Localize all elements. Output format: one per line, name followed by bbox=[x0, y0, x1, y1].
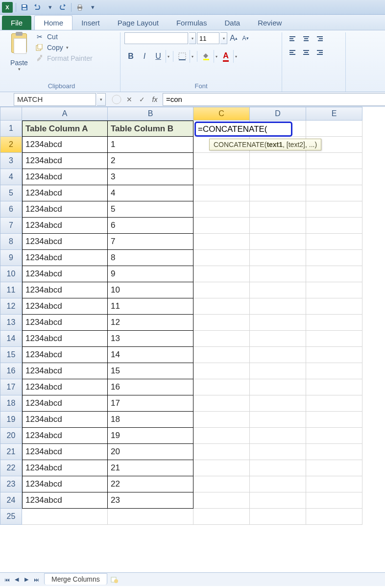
column-header-B[interactable]: B bbox=[108, 107, 193, 121]
row-header[interactable]: 24 bbox=[0, 492, 22, 509]
fill-color-button[interactable] bbox=[200, 50, 213, 63]
cell-E24[interactable] bbox=[306, 492, 362, 509]
row-header[interactable]: 14 bbox=[0, 331, 22, 347]
font-name-dropdown[interactable]: ▾ bbox=[189, 32, 196, 44]
cell-D9[interactable] bbox=[250, 250, 306, 266]
cell-D6[interactable] bbox=[250, 201, 306, 218]
row-header[interactable]: 10 bbox=[0, 266, 22, 282]
cell-A19[interactable]: 1234abcd bbox=[22, 412, 108, 428]
cell-B2[interactable]: 1 bbox=[108, 137, 193, 153]
cell-B10[interactable]: 9 bbox=[108, 266, 193, 282]
tab-insert[interactable]: Insert bbox=[72, 16, 109, 30]
cell-C11[interactable] bbox=[193, 282, 250, 298]
cell-C21[interactable] bbox=[193, 444, 250, 460]
row-header[interactable]: 7 bbox=[0, 218, 22, 234]
cell-C13[interactable] bbox=[193, 315, 250, 331]
row-header[interactable]: 6 bbox=[0, 201, 22, 218]
cell-D17[interactable] bbox=[250, 379, 306, 395]
align-right-button[interactable] bbox=[313, 46, 326, 59]
save-button[interactable] bbox=[19, 2, 30, 13]
cell-E11[interactable] bbox=[306, 282, 362, 298]
column-header-A[interactable]: A bbox=[22, 107, 108, 121]
cell-E20[interactable] bbox=[306, 428, 362, 444]
cell-B23[interactable]: 22 bbox=[108, 476, 193, 492]
row-header[interactable]: 4 bbox=[0, 169, 22, 185]
font-size-dropdown[interactable]: ▾ bbox=[220, 32, 227, 44]
cell-D16[interactable] bbox=[250, 363, 306, 379]
cell-C5[interactable] bbox=[193, 185, 250, 201]
underline-dropdown[interactable]: ▾ bbox=[166, 50, 170, 63]
cell-E18[interactable] bbox=[306, 395, 362, 412]
row-header[interactable]: 17 bbox=[0, 379, 22, 395]
cell-D14[interactable] bbox=[250, 331, 306, 347]
print-button[interactable] bbox=[74, 2, 85, 13]
cell-B8[interactable]: 7 bbox=[108, 234, 193, 250]
column-header-E[interactable]: E bbox=[306, 107, 362, 121]
sheet-tab-active[interactable]: Merge Columns bbox=[44, 573, 107, 585]
cell-D10[interactable] bbox=[250, 266, 306, 282]
cell-D13[interactable] bbox=[250, 315, 306, 331]
cell-B25[interactable] bbox=[108, 509, 193, 525]
column-header-C[interactable]: C bbox=[193, 107, 250, 121]
cell-B4[interactable]: 3 bbox=[108, 169, 193, 185]
cell-D20[interactable] bbox=[250, 428, 306, 444]
row-header[interactable]: 21 bbox=[0, 444, 22, 460]
cell-C15[interactable] bbox=[193, 347, 250, 363]
row-header[interactable]: 5 bbox=[0, 185, 22, 201]
cell-A14[interactable]: 1234abcd bbox=[22, 331, 108, 347]
tab-page-layout[interactable]: Page Layout bbox=[109, 16, 168, 30]
cell-C22[interactable] bbox=[193, 460, 250, 476]
align-middle-button[interactable] bbox=[300, 32, 313, 45]
row-header[interactable]: 22 bbox=[0, 460, 22, 476]
cell-E6[interactable] bbox=[306, 201, 362, 218]
cell-B9[interactable]: 8 bbox=[108, 250, 193, 266]
cell-C10[interactable] bbox=[193, 266, 250, 282]
cell-C3[interactable] bbox=[193, 153, 250, 169]
new-sheet-button[interactable] bbox=[109, 575, 119, 585]
row-header[interactable]: 3 bbox=[0, 153, 22, 169]
cell-C18[interactable] bbox=[193, 395, 250, 412]
cell-D23[interactable] bbox=[250, 476, 306, 492]
cell-B19[interactable]: 18 bbox=[108, 412, 193, 428]
font-color-dropdown[interactable]: ▾ bbox=[233, 50, 238, 63]
cell-C24[interactable] bbox=[193, 492, 250, 509]
cell-E22[interactable] bbox=[306, 460, 362, 476]
row-header[interactable]: 15 bbox=[0, 347, 22, 363]
cell-D12[interactable] bbox=[250, 298, 306, 315]
qat-customize-dropdown[interactable]: ▾ bbox=[87, 2, 98, 13]
align-bottom-button[interactable] bbox=[313, 32, 326, 45]
cell-E15[interactable] bbox=[306, 347, 362, 363]
cell-C9[interactable] bbox=[193, 250, 250, 266]
cell-B15[interactable]: 14 bbox=[108, 347, 193, 363]
cell-D3[interactable] bbox=[250, 153, 306, 169]
cell-A1[interactable]: Table Column A bbox=[22, 121, 108, 137]
cell-D7[interactable] bbox=[250, 218, 306, 234]
cell-E13[interactable] bbox=[306, 315, 362, 331]
cell-E25[interactable] bbox=[306, 509, 362, 525]
cell-B17[interactable]: 16 bbox=[108, 379, 193, 395]
cell-A20[interactable]: 1234abcd bbox=[22, 428, 108, 444]
cell-B6[interactable]: 5 bbox=[108, 201, 193, 218]
font-size-selector[interactable]: 11 bbox=[197, 32, 219, 44]
column-header-D[interactable]: D bbox=[250, 107, 306, 121]
cell-C8[interactable] bbox=[193, 234, 250, 250]
formula-cancel-x[interactable]: ✕ bbox=[123, 93, 135, 106]
cell-A18[interactable]: 1234abcd bbox=[22, 395, 108, 412]
cell-E12[interactable] bbox=[306, 298, 362, 315]
cell-E21[interactable] bbox=[306, 444, 362, 460]
tab-review[interactable]: Review bbox=[249, 16, 290, 30]
row-header[interactable]: 12 bbox=[0, 298, 22, 315]
sheet-nav-first[interactable]: ⏮ bbox=[2, 575, 12, 585]
cell-A23[interactable]: 1234abcd bbox=[22, 476, 108, 492]
cell-E1[interactable] bbox=[306, 121, 362, 137]
row-header[interactable]: 20 bbox=[0, 428, 22, 444]
cell-A17[interactable]: 1234abcd bbox=[22, 379, 108, 395]
row-header[interactable]: 19 bbox=[0, 412, 22, 428]
row-header[interactable]: 2 bbox=[0, 137, 22, 153]
copy-dropdown[interactable]: ▾ bbox=[66, 45, 69, 50]
cell-A25[interactable] bbox=[22, 509, 108, 525]
cell-A22[interactable]: 1234abcd bbox=[22, 460, 108, 476]
cell-A4[interactable]: 1234abcd bbox=[22, 169, 108, 185]
cell-D25[interactable] bbox=[250, 509, 306, 525]
align-left-button[interactable] bbox=[286, 46, 299, 59]
